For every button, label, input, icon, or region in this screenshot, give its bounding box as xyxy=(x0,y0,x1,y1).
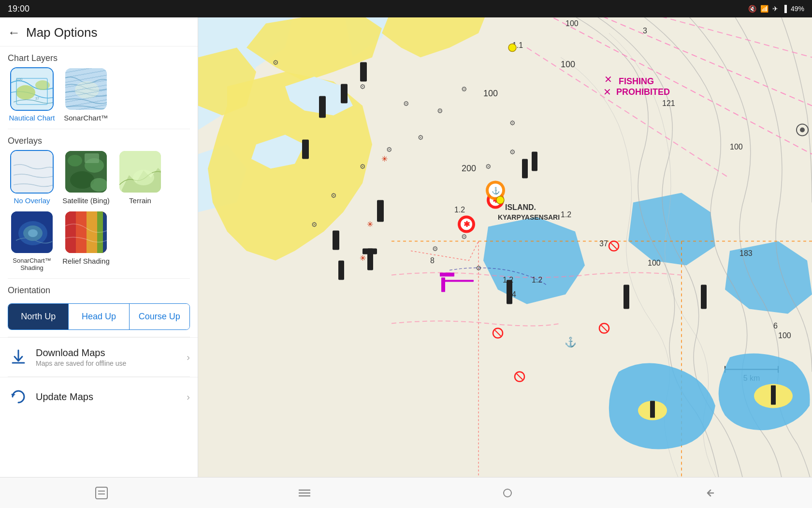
nautical-label: Nautical Chart xyxy=(9,114,55,122)
head-up-button[interactable]: Head Up xyxy=(69,304,129,329)
map-svg: ⚙ ⚙ ⚙ ⚙ ⚙ ⚙ ⚙ ⚙ ⚙ ⚙ ⚙ ⚙ ⚙ ⚙ ⚙ ⚙ ✳ ✳ ✳ 10… xyxy=(198,17,812,477)
back-icon xyxy=(703,485,718,501)
svg-text:100: 100 xyxy=(648,259,661,267)
satellite-thumb xyxy=(64,150,108,194)
home-nav-button[interactable] xyxy=(488,478,527,508)
map-area[interactable]: ⚙ ⚙ ⚙ ⚙ ⚙ ⚙ ⚙ ⚙ ⚙ ⚙ ⚙ ⚙ ⚙ ⚙ ⚙ ⚙ ✳ ✳ ✳ 10… xyxy=(198,17,812,477)
update-maps-item[interactable]: Update Maps › xyxy=(0,377,198,416)
satellite-label: Satellite (Bing) xyxy=(62,196,110,205)
svg-text:100: 100 xyxy=(561,60,575,69)
svg-text:⚙: ⚙ xyxy=(386,146,392,153)
update-maps-text: Update Maps xyxy=(36,391,187,403)
svg-rect-31 xyxy=(360,62,367,82)
status-icons: 🔇 📶 ✈ ▐ 49% xyxy=(748,5,804,13)
sonar-thumb-bg xyxy=(65,68,107,110)
overlay-item-none[interactable]: No Overlay xyxy=(8,150,56,205)
svg-rect-22 xyxy=(76,211,87,254)
svg-point-12 xyxy=(90,178,108,192)
download-maps-title: Download Maps xyxy=(36,347,187,359)
svg-text:⚙: ⚙ xyxy=(311,221,318,228)
svg-rect-0 xyxy=(11,68,53,110)
svg-text:KYARPYASENSARI: KYARPYASENSARI xyxy=(498,213,560,221)
recent-nav-button[interactable] xyxy=(82,478,121,508)
svg-text:⚙: ⚙ xyxy=(485,163,492,170)
svg-point-116 xyxy=(508,44,516,52)
overlay-item-relief-shading[interactable]: Relief Shading xyxy=(62,210,110,271)
svg-rect-34 xyxy=(302,140,309,159)
svg-text:37: 37 xyxy=(35,97,39,100)
svg-text:⚙: ⚙ xyxy=(360,163,366,170)
svg-text:⚙: ⚙ xyxy=(461,85,467,93)
svg-rect-13 xyxy=(85,153,99,163)
no-overlay-label: No Overlay xyxy=(14,196,50,205)
overlay-item-sonarchart-shading[interactable]: SonarChart™ Shading xyxy=(8,210,56,271)
download-maps-item[interactable]: Download Maps Maps are saved for offline… xyxy=(0,337,198,376)
svg-text:6: 6 xyxy=(773,322,778,330)
sonarchart-shading-thumb xyxy=(10,210,54,254)
nautical-thumb: 100 37 xyxy=(10,67,54,111)
svg-rect-114 xyxy=(445,280,474,282)
svg-point-15 xyxy=(133,170,154,185)
svg-text:100: 100 xyxy=(730,143,743,151)
location-icon: ✈ xyxy=(772,5,778,13)
back-nav-button[interactable] xyxy=(691,478,730,508)
svg-point-6 xyxy=(75,81,99,99)
svg-text:100: 100 xyxy=(778,331,791,340)
status-bar: 19:00 🔇 📶 ✈ ▐ 49% xyxy=(0,0,812,17)
svg-rect-23 xyxy=(87,211,97,254)
panel-header: ← Map Options xyxy=(0,17,198,46)
svg-point-98 xyxy=(800,128,805,133)
svg-rect-21 xyxy=(65,211,76,254)
svg-point-1 xyxy=(16,85,35,100)
north-up-button[interactable]: North Up xyxy=(8,304,69,329)
update-maps-icon xyxy=(8,386,29,407)
svg-rect-100 xyxy=(532,152,537,171)
svg-text:✕: ✕ xyxy=(604,74,612,85)
svg-text:200: 200 xyxy=(462,164,476,173)
svg-text:✱: ✱ xyxy=(464,220,470,228)
chart-layers: 100 37 Nautical Chart xyxy=(0,67,198,129)
svg-rect-35 xyxy=(377,200,384,222)
course-up-button[interactable]: Course Up xyxy=(130,304,189,329)
svg-point-2 xyxy=(35,80,50,90)
status-time: 19:00 xyxy=(8,4,29,14)
svg-text:⚙: ⚙ xyxy=(461,233,467,240)
svg-text:✳: ✳ xyxy=(367,220,373,228)
svg-rect-113 xyxy=(441,278,445,292)
relief-shading-label: Relief Shading xyxy=(62,257,110,265)
overlay-item-satellite[interactable]: Satellite (Bing) xyxy=(62,150,110,205)
svg-text:⚙: ⚙ xyxy=(331,192,337,199)
home-icon xyxy=(500,485,515,501)
back-button[interactable]: ← xyxy=(8,25,20,40)
left-panel: ← Map Options Chart Layers xyxy=(0,17,198,477)
update-maps-title: Update Maps xyxy=(36,391,187,403)
svg-text:✳: ✳ xyxy=(360,254,366,262)
chart-item-nautical[interactable]: 100 37 Nautical Chart xyxy=(8,67,56,122)
svg-text:100: 100 xyxy=(16,77,23,81)
svg-text:183: 183 xyxy=(740,249,753,257)
svg-rect-115 xyxy=(440,273,454,277)
orientation-section: North Up Head Up Course Up xyxy=(0,299,198,337)
svg-text:PROHIBITED: PROHIBITED xyxy=(616,87,670,97)
svg-rect-32 xyxy=(341,84,348,104)
chart-item-sonar[interactable]: SonarChart™ xyxy=(62,67,110,122)
overlay-item-terrain[interactable]: Terrain xyxy=(116,150,164,205)
recent-icon xyxy=(94,485,109,501)
sonarchart-shading-label: SonarChart™ Shading xyxy=(8,257,56,271)
svg-text:✳: ✳ xyxy=(381,155,388,163)
svg-rect-122 xyxy=(96,487,107,499)
nautical-thumb-bg: 100 37 xyxy=(11,68,53,110)
nav-bar xyxy=(0,477,812,508)
menu-nav-button[interactable] xyxy=(285,478,324,508)
svg-text:37: 37 xyxy=(599,239,608,248)
chart-layers-label: Chart Layers xyxy=(0,46,198,67)
relief-shading-bg xyxy=(65,211,107,253)
overlays-label: Overlays xyxy=(0,129,198,150)
svg-text:⚙: ⚙ xyxy=(437,107,443,115)
terrain-bg xyxy=(119,151,161,193)
svg-rect-25 xyxy=(103,211,108,254)
svg-text:1.2: 1.2 xyxy=(561,210,571,219)
orientation-label: Orientation xyxy=(0,279,198,299)
sonarchart-shading-bg xyxy=(11,211,53,253)
svg-rect-39 xyxy=(338,261,344,280)
